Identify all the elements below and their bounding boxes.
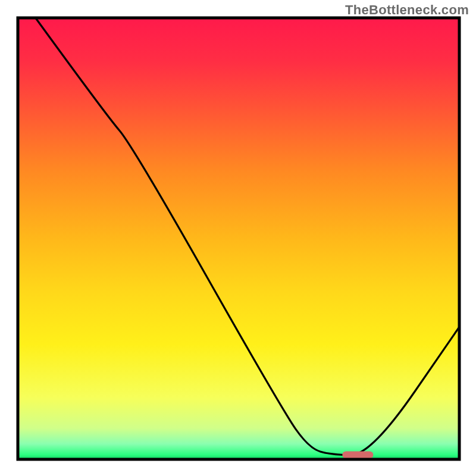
bottleneck-chart (0, 0, 476, 476)
optimal-marker (342, 452, 373, 459)
chart-container: TheBottleneck.com (0, 0, 476, 476)
